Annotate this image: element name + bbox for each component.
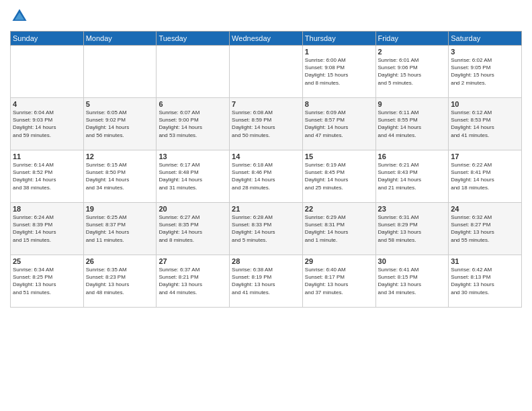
calendar-cell: 31Sunrise: 6:42 AM Sunset: 8:13 PM Dayli… [449,255,522,308]
day-number: 1 [305,48,373,56]
day-number: 10 [451,100,519,108]
calendar-cell: 28Sunrise: 6:38 AM Sunset: 8:19 PM Dayli… [230,255,303,308]
day-number: 3 [451,48,519,56]
day-number: 13 [159,152,227,161]
day-number: 16 [378,152,447,161]
cell-content: Sunrise: 6:07 AM Sunset: 9:00 PM Dayligh… [159,109,227,139]
calendar-cell: 14Sunrise: 6:18 AM Sunset: 8:46 PM Dayli… [230,150,303,203]
cell-content: Sunrise: 6:38 AM Sunset: 8:19 PM Dayligh… [232,266,300,296]
day-number: 18 [13,205,81,213]
day-number: 9 [378,100,447,108]
cell-content: Sunrise: 6:35 AM Sunset: 8:23 PM Dayligh… [86,266,154,296]
cell-content: Sunrise: 6:04 AM Sunset: 9:03 PM Dayligh… [13,109,81,139]
calendar-cell: 7Sunrise: 6:08 AM Sunset: 8:59 PM Daylig… [230,98,303,150]
calendar-cell [230,46,303,98]
cell-content: Sunrise: 6:27 AM Sunset: 8:35 PM Dayligh… [159,214,227,244]
calendar-cell: 17Sunrise: 6:22 AM Sunset: 8:41 PM Dayli… [449,150,522,203]
calendar-cell: 26Sunrise: 6:35 AM Sunset: 8:23 PM Dayli… [83,255,157,308]
week-row-4: 18Sunrise: 6:24 AM Sunset: 8:39 PM Dayli… [11,203,522,255]
calendar-cell: 30Sunrise: 6:41 AM Sunset: 8:15 PM Dayli… [375,255,449,308]
calendar-cell [83,46,157,98]
day-number: 15 [305,152,373,161]
cell-content: Sunrise: 6:37 AM Sunset: 8:21 PM Dayligh… [159,266,227,296]
calendar-cell: 12Sunrise: 6:15 AM Sunset: 8:50 PM Dayli… [83,150,157,203]
day-number: 2 [378,48,447,56]
cell-content: Sunrise: 6:08 AM Sunset: 8:59 PM Dayligh… [232,109,300,139]
calendar-cell [11,46,84,98]
day-number: 8 [305,100,373,108]
header [10,7,522,26]
day-header-thursday: Thursday [302,32,375,46]
page: SundayMondayTuesdayWednesdayThursdayFrid… [0,0,532,411]
day-number: 19 [86,205,154,213]
day-number: 25 [13,257,81,265]
calendar-table: SundayMondayTuesdayWednesdayThursdayFrid… [10,31,522,308]
day-number: 21 [232,205,300,213]
day-number: 24 [451,205,519,213]
calendar-cell: 20Sunrise: 6:27 AM Sunset: 8:35 PM Dayli… [157,203,230,255]
calendar-cell: 3Sunrise: 6:02 AM Sunset: 9:05 PM Daylig… [449,46,522,98]
day-header-friday: Friday [375,32,449,46]
cell-content: Sunrise: 6:34 AM Sunset: 8:25 PM Dayligh… [13,266,81,296]
cell-content: Sunrise: 6:00 AM Sunset: 9:08 PM Dayligh… [305,56,373,87]
day-header-sunday: Sunday [11,32,84,46]
cell-content: Sunrise: 6:19 AM Sunset: 8:45 PM Dayligh… [305,161,373,191]
day-number: 20 [159,205,227,213]
cell-content: Sunrise: 6:21 AM Sunset: 8:43 PM Dayligh… [378,161,447,191]
day-number: 29 [305,257,373,265]
day-number: 5 [86,100,154,108]
calendar-header-row: SundayMondayTuesdayWednesdayThursdayFrid… [11,32,522,46]
day-number: 23 [378,205,447,213]
day-number: 26 [86,257,154,265]
cell-content: Sunrise: 6:29 AM Sunset: 8:31 PM Dayligh… [305,214,373,244]
calendar-cell: 29Sunrise: 6:40 AM Sunset: 8:17 PM Dayli… [302,255,375,308]
cell-content: Sunrise: 6:41 AM Sunset: 8:15 PM Dayligh… [378,266,447,296]
calendar-cell: 2Sunrise: 6:01 AM Sunset: 9:06 PM Daylig… [375,46,449,98]
calendar-cell: 21Sunrise: 6:28 AM Sunset: 8:33 PM Dayli… [230,203,303,255]
day-number: 28 [232,257,300,265]
calendar-cell [157,46,230,98]
cell-content: Sunrise: 6:12 AM Sunset: 8:53 PM Dayligh… [451,109,519,139]
calendar-cell: 24Sunrise: 6:32 AM Sunset: 8:27 PM Dayli… [449,203,522,255]
calendar-cell: 6Sunrise: 6:07 AM Sunset: 9:00 PM Daylig… [157,98,230,150]
calendar-cell: 23Sunrise: 6:31 AM Sunset: 8:29 PM Dayli… [375,203,449,255]
cell-content: Sunrise: 6:02 AM Sunset: 9:05 PM Dayligh… [451,56,519,87]
day-number: 7 [232,100,300,108]
cell-content: Sunrise: 6:32 AM Sunset: 8:27 PM Dayligh… [451,214,519,244]
cell-content: Sunrise: 6:09 AM Sunset: 8:57 PM Dayligh… [305,109,373,139]
day-number: 14 [232,152,300,161]
calendar-cell: 1Sunrise: 6:00 AM Sunset: 9:08 PM Daylig… [302,46,375,98]
cell-content: Sunrise: 6:31 AM Sunset: 8:29 PM Dayligh… [378,214,447,244]
cell-content: Sunrise: 6:28 AM Sunset: 8:33 PM Dayligh… [232,214,300,244]
calendar-cell: 16Sunrise: 6:21 AM Sunset: 8:43 PM Dayli… [375,150,449,203]
week-row-3: 11Sunrise: 6:14 AM Sunset: 8:52 PM Dayli… [11,150,522,203]
cell-content: Sunrise: 6:01 AM Sunset: 9:06 PM Dayligh… [378,56,447,87]
calendar-body: 1Sunrise: 6:00 AM Sunset: 9:08 PM Daylig… [11,46,522,308]
cell-content: Sunrise: 6:40 AM Sunset: 8:17 PM Dayligh… [305,266,373,296]
day-number: 22 [305,205,373,213]
day-header-tuesday: Tuesday [157,32,230,46]
logo [10,7,32,26]
calendar-cell: 5Sunrise: 6:05 AM Sunset: 9:02 PM Daylig… [83,98,157,150]
calendar-cell: 10Sunrise: 6:12 AM Sunset: 8:53 PM Dayli… [449,98,522,150]
calendar-cell: 18Sunrise: 6:24 AM Sunset: 8:39 PM Dayli… [11,203,84,255]
week-row-1: 1Sunrise: 6:00 AM Sunset: 9:08 PM Daylig… [11,46,522,98]
calendar-cell: 15Sunrise: 6:19 AM Sunset: 8:45 PM Dayli… [302,150,375,203]
day-number: 12 [86,152,154,161]
cell-content: Sunrise: 6:22 AM Sunset: 8:41 PM Dayligh… [451,161,519,191]
calendar-cell: 19Sunrise: 6:25 AM Sunset: 8:37 PM Dayli… [83,203,157,255]
logo-icon [10,7,29,26]
week-row-2: 4Sunrise: 6:04 AM Sunset: 9:03 PM Daylig… [11,98,522,150]
calendar-cell: 22Sunrise: 6:29 AM Sunset: 8:31 PM Dayli… [302,203,375,255]
calendar-cell: 13Sunrise: 6:17 AM Sunset: 8:48 PM Dayli… [157,150,230,203]
cell-content: Sunrise: 6:15 AM Sunset: 8:50 PM Dayligh… [86,161,154,191]
calendar-cell: 11Sunrise: 6:14 AM Sunset: 8:52 PM Dayli… [11,150,84,203]
day-number: 31 [451,257,519,265]
day-number: 27 [159,257,227,265]
cell-content: Sunrise: 6:17 AM Sunset: 8:48 PM Dayligh… [159,161,227,191]
cell-content: Sunrise: 6:14 AM Sunset: 8:52 PM Dayligh… [13,161,81,191]
calendar-cell: 8Sunrise: 6:09 AM Sunset: 8:57 PM Daylig… [302,98,375,150]
day-number: 17 [451,152,519,161]
calendar-cell: 25Sunrise: 6:34 AM Sunset: 8:25 PM Dayli… [11,255,84,308]
cell-content: Sunrise: 6:42 AM Sunset: 8:13 PM Dayligh… [451,266,519,296]
